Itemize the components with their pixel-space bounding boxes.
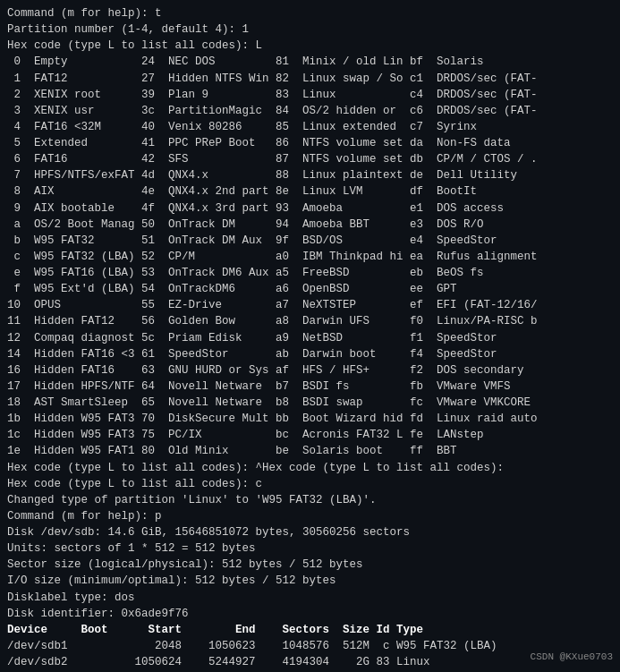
terminal-line: Units: sectors of 1 * 512 = 512 bytes [7,540,613,557]
terminal-line: I/O size (minimum/optimal): 512 bytes / … [7,573,613,589]
terminal-line: 16 Hidden FAT16 63 GNU HURD or Sys af HF… [7,362,613,379]
terminal-line: Hex code (type L to list all codes): c [7,476,613,492]
terminal-line: f W95 Ext'd (LBA) 54 OnTrackDM6 a6 OpenB… [7,281,613,297]
terminal-line: 10 OPUS 55 EZ-Drive a7 NeXTSTEP ef EFI (… [7,297,613,313]
terminal-line: 0 Empty 24 NEC DOS 81 Minix / old Lin bf… [7,54,613,70]
terminal-line: a OS/2 Boot Manag 50 OnTrack DM 94 Amoeb… [7,217,613,233]
terminal-line: Device Boot Start End Sectors Size Id Ty… [7,622,613,638]
watermark: CSDN @KXue0703 [531,651,613,665]
terminal-line: 17 Hidden HPFS/NTF 64 Novell Netware b7 … [7,379,613,395]
terminal-line: Disk identifier: 0x6ade9f76 [7,606,613,622]
terminal-line: Disklabel type: dos [7,590,613,606]
terminal-line: 11 Hidden FAT12 56 Golden Bow a8 Darwin … [7,313,613,329]
terminal-content: Command (m for help): tPartition number … [7,5,613,672]
terminal-line: Partition number (1-4, default 4): 1 [7,21,613,38]
terminal-line: 1b Hidden W95 FAT3 70 DiskSecure Mult bb… [7,411,613,427]
terminal-line: Command (m for help): t [7,5,613,21]
terminal-line: b W95 FAT32 51 OnTrack DM Aux 9f BSD/OS … [7,233,613,249]
terminal-line: Hex code (type L to list all codes): ^He… [7,460,613,476]
terminal-line: /dev/sdb2 1050624 5244927 4194304 2G 83 … [7,654,613,670]
terminal-line: /dev/sdb1 2048 1050623 1048576 512M c W9… [7,638,613,654]
terminal-line: 18 AST SmartSleep 65 Novell Netware b8 B… [7,395,613,411]
terminal-line: 1 FAT12 27 Hidden NTFS Win 82 Linux swap… [7,71,613,87]
terminal-line: Sector size (logical/physical): 512 byte… [7,557,613,573]
terminal-line: e W95 FAT16 (LBA) 53 OnTrack DM6 Aux a5 … [7,265,613,281]
terminal-line: 6 FAT16 42 SFS 87 NTFS volume set db CP/… [7,151,613,167]
terminal-line: 2 XENIX root 39 Plan 9 83 Linux c4 DRDOS… [7,87,613,103]
terminal-line: Changed type of partition 'Linux' to 'W9… [7,492,613,508]
terminal-line: 3 XENIX usr 3c PartitionMagic 84 OS/2 hi… [7,103,613,119]
terminal-line: 5 Extended 41 PPC PReP Boot 86 NTFS volu… [7,135,613,151]
terminal-window: Command (m for help): tPartition number … [0,0,620,672]
terminal-line: 8 AIX 4e QNX4.x 2nd part 8e Linux LVM df… [7,183,613,200]
terminal-line: 12 Compaq diagnost 5c Priam Edisk a9 Net… [7,330,613,346]
terminal-line: Disk /dev/sdb: 14.6 GiB, 15646851072 byt… [7,524,613,540]
terminal-line: Command (m for help): p [7,508,613,524]
terminal-line: 7 HPFS/NTFS/exFAT 4d QNX4.x 88 Linux pla… [7,167,613,183]
terminal-line: c W95 FAT32 (LBA) 52 CP/M a0 IBM Thinkpa… [7,249,613,265]
terminal-line: 1e Hidden W95 FAT1 80 Old Minix be Solar… [7,443,613,459]
terminal-line: 9 AIX bootable 4f QNX4.x 3rd part 93 Amo… [7,200,613,217]
terminal-line: Hex code (type L to list all codes): L [7,38,613,54]
terminal-line: 14 Hidden FAT16 <3 61 SpeedStor ab Darwi… [7,346,613,362]
terminal-line: 1c Hidden W95 FAT3 75 PC/IX bc Acronis F… [7,427,613,443]
terminal-line: 4 FAT16 <32M 40 Venix 80286 85 Linux ext… [7,119,613,135]
